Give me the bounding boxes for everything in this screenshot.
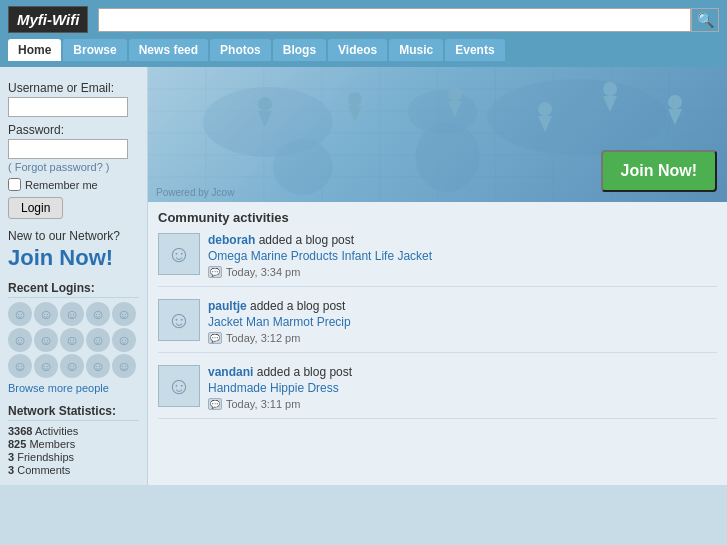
activity-avatar-3 (158, 365, 200, 407)
activity-body-2: paultje added a blog post Jacket Man Mar… (208, 299, 717, 344)
activity-time-3: Today, 3:11 pm (226, 398, 300, 410)
sidebar: Username or Email: Password: ( Forgot pa… (0, 67, 148, 485)
logo-text: Myfi-Wifi (17, 11, 79, 28)
username-label: Username or Email: (8, 81, 139, 95)
nav-browse[interactable]: Browse (63, 39, 126, 61)
activity-item-2: paultje added a blog post Jacket Man Mar… (158, 299, 717, 353)
activity-user-1[interactable]: deborah (208, 233, 255, 247)
header: Myfi-Wifi 🔍 (0, 0, 727, 39)
search-bar: 🔍 (98, 8, 719, 32)
svg-point-17 (416, 122, 480, 192)
recent-logins-title: Recent Logins: (8, 281, 139, 298)
activity-avatar-1 (158, 233, 200, 275)
map-pin-4 (538, 102, 552, 132)
recent-avatar-5[interactable] (112, 302, 136, 326)
powered-by-text: Powered by Jcow (156, 187, 234, 198)
stat-comments: 3 Comments (8, 464, 139, 476)
activity-time-1: Today, 3:34 pm (226, 266, 300, 278)
login-button[interactable]: Login (8, 197, 63, 219)
activity-text-2: paultje added a blog post (208, 299, 717, 313)
nav-newsfeed[interactable]: News feed (129, 39, 208, 61)
remember-me-checkbox[interactable] (8, 178, 21, 191)
nav-music[interactable]: Music (389, 39, 443, 61)
nav-bar: Home Browse News feed Photos Blogs Video… (0, 39, 727, 67)
search-input[interactable] (98, 8, 691, 32)
map-pin-5 (603, 82, 617, 112)
recent-avatar-3[interactable] (60, 302, 84, 326)
recent-avatar-6[interactable] (8, 328, 32, 352)
recent-avatar-2[interactable] (34, 302, 58, 326)
password-label: Password: (8, 123, 139, 137)
activity-user-2[interactable]: paultje (208, 299, 247, 313)
recent-avatar-9[interactable] (86, 328, 110, 352)
password-input[interactable] (8, 139, 128, 159)
activity-link-2[interactable]: Jacket Man Marmot Precip (208, 315, 717, 329)
activity-item-3: vandani added a blog post Handmade Hippi… (158, 365, 717, 419)
activity-body-1: deborah added a blog post Omega Marine P… (208, 233, 717, 278)
remember-me-label: Remember me (25, 179, 98, 191)
stat-activities: 3368 Activities (8, 425, 139, 437)
recent-avatar-8[interactable] (60, 328, 84, 352)
nav-videos[interactable]: Videos (328, 39, 387, 61)
activity-body-3: vandani added a blog post Handmade Hippi… (208, 365, 717, 410)
stats-section: Network Statistics: 3368 Activities 825 … (8, 404, 139, 476)
nav-home[interactable]: Home (8, 39, 61, 61)
recent-avatar-12[interactable] (34, 354, 58, 378)
activity-user-3[interactable]: vandani (208, 365, 253, 379)
activity-link-3[interactable]: Handmade Hippie Dress (208, 381, 717, 395)
activity-text-3: vandani added a blog post (208, 365, 717, 379)
activity-avatar-2 (158, 299, 200, 341)
community-title: Community activities (158, 210, 717, 225)
search-button[interactable]: 🔍 (691, 8, 719, 32)
recent-avatar-4[interactable] (86, 302, 110, 326)
activity-item-1: deborah added a blog post Omega Marine P… (158, 233, 717, 287)
recent-avatar-15[interactable] (112, 354, 136, 378)
stats-title: Network Statistics: (8, 404, 139, 421)
recent-logins-grid (8, 302, 139, 378)
map-pin-6 (668, 95, 682, 125)
new-network-text: New to our Network? (8, 229, 139, 243)
activity-time-row-2: 💬 Today, 3:12 pm (208, 332, 717, 344)
comment-icon-3: 💬 (208, 398, 222, 410)
username-input[interactable] (8, 97, 128, 117)
activity-action-1: added a blog post (259, 233, 354, 247)
forgot-password-link[interactable]: ( Forgot password? ) (8, 161, 109, 173)
stat-members: 825 Members (8, 438, 139, 450)
comment-icon-2: 💬 (208, 332, 222, 344)
recent-avatar-7[interactable] (34, 328, 58, 352)
community-section: Community activities deborah added a blo… (148, 202, 727, 439)
remember-me-row: Remember me (8, 178, 139, 191)
join-now-link[interactable]: Join Now! (8, 245, 139, 271)
nav-photos[interactable]: Photos (210, 39, 271, 61)
activity-link-1[interactable]: Omega Marine Products Infant Life Jacket (208, 249, 717, 263)
join-now-map-button[interactable]: Join Now! (601, 150, 717, 192)
recent-avatar-14[interactable] (86, 354, 110, 378)
map-pin-3 (448, 87, 462, 117)
nav-blogs[interactable]: Blogs (273, 39, 326, 61)
nav-events[interactable]: Events (445, 39, 504, 61)
content-area: Powered by Jcow Join Now! Community acti… (148, 67, 727, 485)
activity-time-row-3: 💬 Today, 3:11 pm (208, 398, 717, 410)
comment-icon-1: 💬 (208, 266, 222, 278)
activity-time-row-1: 💬 Today, 3:34 pm (208, 266, 717, 278)
map-pin-2 (348, 92, 362, 122)
activity-text-1: deborah added a blog post (208, 233, 717, 247)
activity-time-2: Today, 3:12 pm (226, 332, 300, 344)
map-pin-1 (258, 97, 272, 127)
map-banner: Powered by Jcow Join Now! (148, 67, 727, 202)
recent-avatar-11[interactable] (8, 354, 32, 378)
activity-action-2: added a blog post (250, 299, 345, 313)
browse-more-link[interactable]: Browse more people (8, 382, 139, 394)
svg-point-18 (487, 79, 667, 155)
stat-friendships: 3 Friendships (8, 451, 139, 463)
main-content: Username or Email: Password: ( Forgot pa… (0, 67, 727, 485)
svg-point-15 (273, 139, 333, 195)
logo: Myfi-Wifi (8, 6, 88, 33)
recent-avatar-1[interactable] (8, 302, 32, 326)
recent-avatar-10[interactable] (112, 328, 136, 352)
activity-action-3: added a blog post (257, 365, 352, 379)
recent-avatar-13[interactable] (60, 354, 84, 378)
